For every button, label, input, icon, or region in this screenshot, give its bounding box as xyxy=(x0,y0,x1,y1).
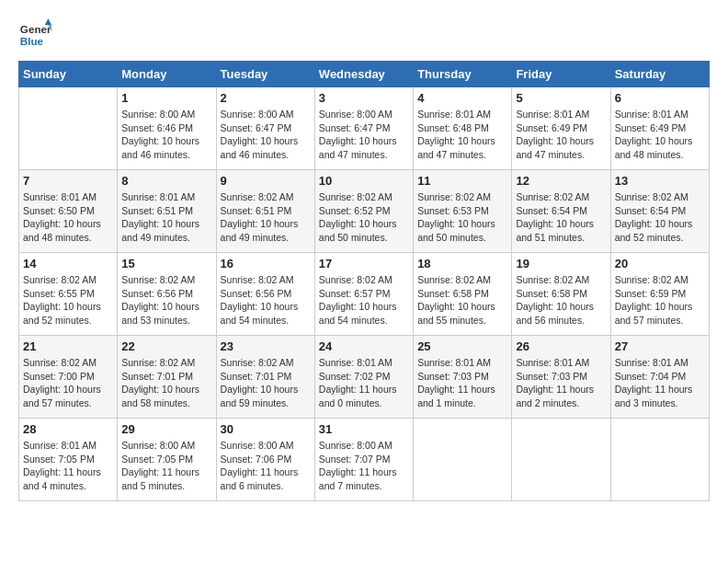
day-info: Sunrise: 8:00 AM Sunset: 7:05 PM Dayligh… xyxy=(121,439,211,493)
logo-icon: General Blue xyxy=(18,18,51,52)
svg-marker-2 xyxy=(45,18,51,25)
day-number: 25 xyxy=(417,339,507,353)
day-info: Sunrise: 8:01 AM Sunset: 7:05 PM Dayligh… xyxy=(23,439,113,493)
calendar-cell: 11Sunrise: 8:02 AM Sunset: 6:53 PM Dayli… xyxy=(414,170,512,253)
weekday-header: Thursday xyxy=(414,62,512,87)
day-info: Sunrise: 8:01 AM Sunset: 6:49 PM Dayligh… xyxy=(615,108,705,162)
calendar-cell: 25Sunrise: 8:01 AM Sunset: 7:03 PM Dayli… xyxy=(414,336,512,419)
day-number: 7 xyxy=(23,174,113,188)
weekday-header-row: SundayMondayTuesdayWednesdayThursdayFrid… xyxy=(19,62,710,87)
calendar-cell: 17Sunrise: 8:02 AM Sunset: 6:57 PM Dayli… xyxy=(314,253,413,336)
calendar-cell: 1Sunrise: 8:00 AM Sunset: 6:46 PM Daylig… xyxy=(118,87,216,170)
calendar-table: SundayMondayTuesdayWednesdayThursdayFrid… xyxy=(18,61,710,501)
day-info: Sunrise: 8:02 AM Sunset: 7:00 PM Dayligh… xyxy=(23,356,113,410)
day-info: Sunrise: 8:02 AM Sunset: 6:58 PM Dayligh… xyxy=(516,273,606,327)
day-info: Sunrise: 8:02 AM Sunset: 6:55 PM Dayligh… xyxy=(23,273,113,327)
calendar-cell: 20Sunrise: 8:02 AM Sunset: 6:59 PM Dayli… xyxy=(610,253,709,336)
day-info: Sunrise: 8:01 AM Sunset: 7:03 PM Dayligh… xyxy=(516,356,606,410)
day-number: 2 xyxy=(221,91,311,105)
day-number: 13 xyxy=(615,174,705,188)
calendar-cell xyxy=(610,419,709,501)
day-number: 11 xyxy=(417,174,507,188)
calendar-cell: 3Sunrise: 8:00 AM Sunset: 6:47 PM Daylig… xyxy=(314,87,413,170)
calendar-cell: 27Sunrise: 8:01 AM Sunset: 7:04 PM Dayli… xyxy=(610,336,709,419)
calendar-cell: 7Sunrise: 8:01 AM Sunset: 6:50 PM Daylig… xyxy=(19,170,118,253)
calendar-cell xyxy=(512,419,610,501)
calendar-cell: 5Sunrise: 8:01 AM Sunset: 6:49 PM Daylig… xyxy=(512,87,610,170)
svg-text:Blue: Blue xyxy=(20,35,44,47)
calendar-cell: 13Sunrise: 8:02 AM Sunset: 6:54 PM Dayli… xyxy=(610,170,709,253)
weekday-header: Tuesday xyxy=(216,62,314,87)
day-number: 5 xyxy=(516,91,606,105)
calendar-cell: 30Sunrise: 8:00 AM Sunset: 7:06 PM Dayli… xyxy=(216,419,314,501)
logo: General Blue xyxy=(18,18,51,52)
day-number: 12 xyxy=(516,174,606,188)
day-info: Sunrise: 8:00 AM Sunset: 6:46 PM Dayligh… xyxy=(121,108,211,162)
day-info: Sunrise: 8:01 AM Sunset: 6:50 PM Dayligh… xyxy=(23,190,113,245)
weekday-header: Wednesday xyxy=(314,62,413,87)
calendar-cell: 18Sunrise: 8:02 AM Sunset: 6:58 PM Dayli… xyxy=(414,253,512,336)
calendar-cell: 9Sunrise: 8:02 AM Sunset: 6:51 PM Daylig… xyxy=(216,170,314,253)
calendar-cell: 26Sunrise: 8:01 AM Sunset: 7:03 PM Dayli… xyxy=(512,336,610,419)
day-number: 26 xyxy=(516,339,606,353)
day-number: 8 xyxy=(121,174,211,188)
day-number: 4 xyxy=(417,91,507,105)
day-info: Sunrise: 8:02 AM Sunset: 6:54 PM Dayligh… xyxy=(615,190,705,245)
day-info: Sunrise: 8:02 AM Sunset: 6:58 PM Dayligh… xyxy=(417,273,507,327)
day-info: Sunrise: 8:02 AM Sunset: 6:52 PM Dayligh… xyxy=(319,190,409,245)
day-number: 6 xyxy=(615,91,705,105)
day-info: Sunrise: 8:01 AM Sunset: 6:49 PM Dayligh… xyxy=(516,108,606,162)
day-info: Sunrise: 8:02 AM Sunset: 6:56 PM Dayligh… xyxy=(221,273,311,327)
calendar-row: 14Sunrise: 8:02 AM Sunset: 6:55 PM Dayli… xyxy=(19,253,710,336)
day-info: Sunrise: 8:00 AM Sunset: 6:47 PM Dayligh… xyxy=(319,108,409,162)
calendar-cell: 31Sunrise: 8:00 AM Sunset: 7:07 PM Dayli… xyxy=(314,419,413,501)
calendar-cell: 2Sunrise: 8:00 AM Sunset: 6:47 PM Daylig… xyxy=(216,87,314,170)
calendar-row: 7Sunrise: 8:01 AM Sunset: 6:50 PM Daylig… xyxy=(19,170,710,253)
calendar-cell: 22Sunrise: 8:02 AM Sunset: 7:01 PM Dayli… xyxy=(118,336,216,419)
weekday-header: Saturday xyxy=(610,62,709,87)
calendar-cell: 10Sunrise: 8:02 AM Sunset: 6:52 PM Dayli… xyxy=(314,170,413,253)
calendar-row: 28Sunrise: 8:01 AM Sunset: 7:05 PM Dayli… xyxy=(19,419,710,501)
day-number: 10 xyxy=(319,174,409,188)
day-number: 22 xyxy=(121,339,211,353)
day-info: Sunrise: 8:01 AM Sunset: 7:02 PM Dayligh… xyxy=(319,356,409,410)
day-number: 20 xyxy=(615,257,705,270)
day-number: 1 xyxy=(121,91,211,105)
calendar-cell: 16Sunrise: 8:02 AM Sunset: 6:56 PM Dayli… xyxy=(216,253,314,336)
calendar-cell: 23Sunrise: 8:02 AM Sunset: 7:01 PM Dayli… xyxy=(216,336,314,419)
day-info: Sunrise: 8:02 AM Sunset: 7:01 PM Dayligh… xyxy=(221,356,311,410)
calendar-cell: 8Sunrise: 8:01 AM Sunset: 6:51 PM Daylig… xyxy=(118,170,216,253)
day-number: 9 xyxy=(221,174,311,188)
day-info: Sunrise: 8:01 AM Sunset: 7:03 PM Dayligh… xyxy=(417,356,507,410)
day-info: Sunrise: 8:02 AM Sunset: 7:01 PM Dayligh… xyxy=(121,356,211,410)
day-number: 19 xyxy=(516,257,606,270)
calendar-cell: 6Sunrise: 8:01 AM Sunset: 6:49 PM Daylig… xyxy=(610,87,709,170)
day-info: Sunrise: 8:00 AM Sunset: 6:47 PM Dayligh… xyxy=(221,108,311,162)
day-number: 29 xyxy=(121,422,211,436)
calendar-cell xyxy=(414,419,512,501)
day-number: 16 xyxy=(221,257,311,270)
day-number: 15 xyxy=(121,257,211,270)
day-number: 3 xyxy=(319,91,409,105)
day-info: Sunrise: 8:02 AM Sunset: 6:51 PM Dayligh… xyxy=(221,190,311,245)
day-number: 17 xyxy=(319,257,409,270)
day-info: Sunrise: 8:02 AM Sunset: 6:54 PM Dayligh… xyxy=(516,190,606,245)
calendar-cell xyxy=(19,87,118,170)
calendar-cell: 4Sunrise: 8:01 AM Sunset: 6:48 PM Daylig… xyxy=(414,87,512,170)
page-header: General Blue xyxy=(18,18,710,52)
day-info: Sunrise: 8:02 AM Sunset: 6:59 PM Dayligh… xyxy=(615,273,705,327)
day-info: Sunrise: 8:01 AM Sunset: 6:51 PM Dayligh… xyxy=(121,190,211,245)
calendar-cell: 21Sunrise: 8:02 AM Sunset: 7:00 PM Dayli… xyxy=(19,336,118,419)
weekday-header: Friday xyxy=(512,62,610,87)
day-number: 21 xyxy=(23,339,113,353)
day-number: 14 xyxy=(23,257,113,270)
calendar-cell: 19Sunrise: 8:02 AM Sunset: 6:58 PM Dayli… xyxy=(512,253,610,336)
weekday-header: Sunday xyxy=(19,62,118,87)
day-info: Sunrise: 8:02 AM Sunset: 6:53 PM Dayligh… xyxy=(417,190,507,245)
calendar-cell: 29Sunrise: 8:00 AM Sunset: 7:05 PM Dayli… xyxy=(118,419,216,501)
day-info: Sunrise: 8:00 AM Sunset: 7:07 PM Dayligh… xyxy=(319,439,409,493)
weekday-header: Monday xyxy=(118,62,216,87)
day-number: 18 xyxy=(417,257,507,270)
calendar-row: 1Sunrise: 8:00 AM Sunset: 6:46 PM Daylig… xyxy=(19,87,710,170)
calendar-cell: 24Sunrise: 8:01 AM Sunset: 7:02 PM Dayli… xyxy=(314,336,413,419)
